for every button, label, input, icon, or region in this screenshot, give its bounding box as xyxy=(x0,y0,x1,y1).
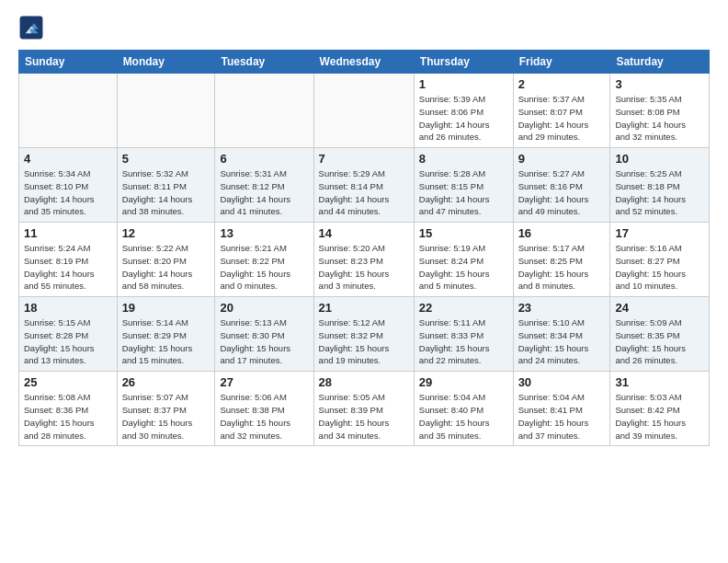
day-info: Sunrise: 5:06 AM Sunset: 8:38 PM Dayligh… xyxy=(220,391,308,442)
day-cell xyxy=(313,74,414,148)
day-cell: 10Sunrise: 5:25 AM Sunset: 8:18 PM Dayli… xyxy=(610,148,710,223)
day-info: Sunrise: 5:25 AM Sunset: 8:18 PM Dayligh… xyxy=(615,167,704,218)
day-number: 7 xyxy=(319,152,409,166)
day-cell: 3Sunrise: 5:35 AM Sunset: 8:08 PM Daylig… xyxy=(610,74,710,148)
day-info: Sunrise: 5:29 AM Sunset: 8:14 PM Dayligh… xyxy=(319,167,409,218)
day-info: Sunrise: 5:05 AM Sunset: 8:39 PM Dayligh… xyxy=(319,391,409,442)
week-row-5: 25Sunrise: 5:08 AM Sunset: 8:36 PM Dayli… xyxy=(19,372,710,446)
day-cell: 16Sunrise: 5:17 AM Sunset: 8:25 PM Dayli… xyxy=(513,223,610,297)
day-info: Sunrise: 5:27 AM Sunset: 8:16 PM Dayligh… xyxy=(518,167,606,218)
day-cell: 30Sunrise: 5:04 AM Sunset: 8:41 PM Dayli… xyxy=(513,372,610,446)
day-info: Sunrise: 5:35 AM Sunset: 8:08 PM Dayligh… xyxy=(615,93,704,144)
calendar-header-row: SundayMondayTuesdayWednesdayThursdayFrid… xyxy=(19,51,710,74)
day-info: Sunrise: 5:08 AM Sunset: 8:36 PM Dayligh… xyxy=(24,391,112,442)
day-number: 31 xyxy=(615,375,704,389)
day-info: Sunrise: 5:15 AM Sunset: 8:28 PM Dayligh… xyxy=(24,316,112,367)
day-cell: 24Sunrise: 5:09 AM Sunset: 8:35 PM Dayli… xyxy=(610,297,710,372)
day-number: 28 xyxy=(319,375,409,389)
day-info: Sunrise: 5:14 AM Sunset: 8:29 PM Dayligh… xyxy=(122,316,210,367)
day-cell: 25Sunrise: 5:08 AM Sunset: 8:36 PM Dayli… xyxy=(19,372,118,446)
day-info: Sunrise: 5:16 AM Sunset: 8:27 PM Dayligh… xyxy=(615,242,704,293)
day-cell: 9Sunrise: 5:27 AM Sunset: 8:16 PM Daylig… xyxy=(513,148,610,223)
day-number: 13 xyxy=(220,226,308,240)
day-cell: 18Sunrise: 5:15 AM Sunset: 8:28 PM Dayli… xyxy=(19,297,118,372)
day-info: Sunrise: 5:17 AM Sunset: 8:25 PM Dayligh… xyxy=(518,242,606,293)
day-cell: 20Sunrise: 5:13 AM Sunset: 8:30 PM Dayli… xyxy=(215,297,313,372)
day-number: 23 xyxy=(518,301,606,315)
day-number: 30 xyxy=(518,375,606,389)
day-cell: 8Sunrise: 5:28 AM Sunset: 8:15 PM Daylig… xyxy=(414,148,513,223)
day-info: Sunrise: 5:11 AM Sunset: 8:33 PM Dayligh… xyxy=(419,316,508,367)
day-cell: 26Sunrise: 5:07 AM Sunset: 8:37 PM Dayli… xyxy=(117,372,215,446)
day-cell: 13Sunrise: 5:21 AM Sunset: 8:22 PM Dayli… xyxy=(215,223,313,297)
day-cell: 15Sunrise: 5:19 AM Sunset: 8:24 PM Dayli… xyxy=(414,223,513,297)
day-number: 12 xyxy=(122,226,210,240)
col-header-sunday: Sunday xyxy=(19,51,118,74)
day-number: 14 xyxy=(319,226,409,240)
day-info: Sunrise: 5:39 AM Sunset: 8:06 PM Dayligh… xyxy=(419,93,508,144)
day-info: Sunrise: 5:12 AM Sunset: 8:32 PM Dayligh… xyxy=(319,316,409,367)
calendar-table: SundayMondayTuesdayWednesdayThursdayFrid… xyxy=(18,50,710,446)
week-row-4: 18Sunrise: 5:15 AM Sunset: 8:28 PM Dayli… xyxy=(19,297,710,372)
day-number: 17 xyxy=(615,226,704,240)
day-info: Sunrise: 5:07 AM Sunset: 8:37 PM Dayligh… xyxy=(122,391,210,442)
day-number: 29 xyxy=(419,375,508,389)
day-cell: 6Sunrise: 5:31 AM Sunset: 8:12 PM Daylig… xyxy=(215,148,313,223)
day-info: Sunrise: 5:28 AM Sunset: 8:15 PM Dayligh… xyxy=(419,167,508,218)
day-cell: 4Sunrise: 5:34 AM Sunset: 8:10 PM Daylig… xyxy=(19,148,118,223)
day-cell: 5Sunrise: 5:32 AM Sunset: 8:11 PM Daylig… xyxy=(117,148,215,223)
day-info: Sunrise: 5:24 AM Sunset: 8:19 PM Dayligh… xyxy=(24,242,112,293)
day-number: 20 xyxy=(220,301,308,315)
day-cell: 29Sunrise: 5:04 AM Sunset: 8:40 PM Dayli… xyxy=(414,372,513,446)
day-info: Sunrise: 5:19 AM Sunset: 8:24 PM Dayligh… xyxy=(419,242,508,293)
day-info: Sunrise: 5:09 AM Sunset: 8:35 PM Dayligh… xyxy=(615,316,704,367)
day-cell: 2Sunrise: 5:37 AM Sunset: 8:07 PM Daylig… xyxy=(513,74,610,148)
day-cell xyxy=(117,74,215,148)
logo xyxy=(18,15,48,40)
day-number: 9 xyxy=(518,152,606,166)
day-number: 3 xyxy=(615,77,704,91)
day-cell: 23Sunrise: 5:10 AM Sunset: 8:34 PM Dayli… xyxy=(513,297,610,372)
day-number: 15 xyxy=(419,226,508,240)
day-info: Sunrise: 5:31 AM Sunset: 8:12 PM Dayligh… xyxy=(220,167,308,218)
day-info: Sunrise: 5:21 AM Sunset: 8:22 PM Dayligh… xyxy=(220,242,308,293)
day-info: Sunrise: 5:04 AM Sunset: 8:41 PM Dayligh… xyxy=(518,391,606,442)
day-cell: 1Sunrise: 5:39 AM Sunset: 8:06 PM Daylig… xyxy=(414,74,513,148)
day-cell: 17Sunrise: 5:16 AM Sunset: 8:27 PM Dayli… xyxy=(610,223,710,297)
col-header-wednesday: Wednesday xyxy=(313,51,414,74)
day-number: 11 xyxy=(24,226,112,240)
day-info: Sunrise: 5:37 AM Sunset: 8:07 PM Dayligh… xyxy=(518,93,606,144)
day-number: 10 xyxy=(615,152,704,166)
day-info: Sunrise: 5:04 AM Sunset: 8:40 PM Dayligh… xyxy=(419,391,508,442)
day-number: 16 xyxy=(518,226,606,240)
day-cell: 14Sunrise: 5:20 AM Sunset: 8:23 PM Dayli… xyxy=(313,223,414,297)
day-cell: 28Sunrise: 5:05 AM Sunset: 8:39 PM Dayli… xyxy=(313,372,414,446)
col-header-saturday: Saturday xyxy=(610,51,710,74)
page: SundayMondayTuesdayWednesdayThursdayFrid… xyxy=(0,0,728,461)
day-number: 2 xyxy=(518,77,606,91)
day-cell xyxy=(215,74,313,148)
header xyxy=(18,15,710,40)
day-info: Sunrise: 5:22 AM Sunset: 8:20 PM Dayligh… xyxy=(122,242,210,293)
day-info: Sunrise: 5:20 AM Sunset: 8:23 PM Dayligh… xyxy=(319,242,409,293)
day-number: 21 xyxy=(319,301,409,315)
day-number: 24 xyxy=(615,301,704,315)
day-number: 1 xyxy=(419,77,508,91)
day-number: 25 xyxy=(24,375,112,389)
day-number: 8 xyxy=(419,152,508,166)
day-info: Sunrise: 5:10 AM Sunset: 8:34 PM Dayligh… xyxy=(518,316,606,367)
col-header-thursday: Thursday xyxy=(414,51,513,74)
day-number: 18 xyxy=(24,301,112,315)
day-cell: 27Sunrise: 5:06 AM Sunset: 8:38 PM Dayli… xyxy=(215,372,313,446)
day-info: Sunrise: 5:32 AM Sunset: 8:11 PM Dayligh… xyxy=(122,167,210,218)
day-number: 5 xyxy=(122,152,210,166)
day-cell: 11Sunrise: 5:24 AM Sunset: 8:19 PM Dayli… xyxy=(19,223,118,297)
day-cell: 7Sunrise: 5:29 AM Sunset: 8:14 PM Daylig… xyxy=(313,148,414,223)
week-row-2: 4Sunrise: 5:34 AM Sunset: 8:10 PM Daylig… xyxy=(19,148,710,223)
day-cell: 12Sunrise: 5:22 AM Sunset: 8:20 PM Dayli… xyxy=(117,223,215,297)
col-header-friday: Friday xyxy=(513,51,610,74)
week-row-3: 11Sunrise: 5:24 AM Sunset: 8:19 PM Dayli… xyxy=(19,223,710,297)
day-info: Sunrise: 5:03 AM Sunset: 8:42 PM Dayligh… xyxy=(615,391,704,442)
day-cell xyxy=(19,74,118,148)
day-info: Sunrise: 5:13 AM Sunset: 8:30 PM Dayligh… xyxy=(220,316,308,367)
